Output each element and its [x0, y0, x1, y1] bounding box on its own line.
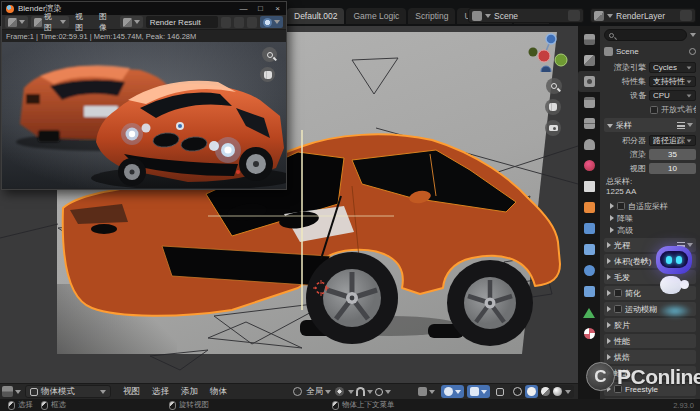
properties-search-row: [604, 29, 696, 41]
tab-collection[interactable]: [578, 176, 600, 197]
properties-editor-selector[interactable]: [578, 29, 600, 50]
particles-icon: [584, 244, 595, 255]
tab-object-data[interactable]: [578, 302, 600, 323]
render-samples-field[interactable]: 35: [649, 149, 696, 160]
section-sampling[interactable]: 采样: [604, 118, 696, 132]
mouse-left-icon: [8, 401, 15, 410]
search-icon: [609, 33, 614, 38]
tab-game-logic[interactable]: Game Logic: [346, 8, 406, 24]
render-window[interactable]: Blender渲染 — □ × 视图 视图 图像 Render Result F…: [1, 1, 287, 190]
image-browse-button[interactable]: [120, 16, 143, 28]
section-performance[interactable]: 性能: [604, 334, 696, 348]
maximize-button[interactable]: □: [252, 2, 269, 15]
view-layer-selector[interactable]: RenderLayer: [590, 8, 696, 23]
breadcrumb: Scene: [604, 44, 696, 58]
new-scene-button[interactable]: [568, 10, 580, 21]
pin-icon[interactable]: [689, 48, 696, 55]
editor-type-icon[interactable]: [2, 386, 13, 397]
engine-dropdown[interactable]: Cycles: [649, 62, 696, 73]
wireframe-shading-icon[interactable]: [513, 387, 522, 396]
new-layer-button[interactable]: [680, 10, 692, 21]
tab-particles[interactable]: [578, 239, 600, 260]
device-dropdown[interactable]: CPU: [649, 90, 696, 101]
robot-face: [660, 251, 688, 268]
tab-render[interactable]: [578, 71, 600, 92]
chevron-down-icon: [485, 14, 491, 18]
snap-magnet-icon[interactable]: [356, 387, 365, 396]
mascot-robot[interactable]: [650, 244, 700, 326]
gizmos-toggle[interactable]: [441, 385, 464, 398]
rendered-shading-icon[interactable]: [553, 387, 562, 396]
search-input[interactable]: [604, 29, 687, 41]
scene-selector[interactable]: Scene: [468, 8, 584, 23]
feature-dropdown[interactable]: 支持特性: [649, 76, 696, 87]
viewport-samples-field[interactable]: 10: [649, 163, 696, 174]
tab-material[interactable]: [578, 323, 600, 344]
menu-select[interactable]: 选择: [146, 386, 175, 398]
tab-output[interactable]: [578, 92, 600, 113]
new-image-button[interactable]: [221, 17, 231, 28]
image-name-field[interactable]: Render Result: [146, 16, 218, 28]
close-button[interactable]: ×: [269, 2, 286, 15]
integrator-dropdown[interactable]: 路径追踪: [649, 135, 696, 146]
material-sphere-icon: [584, 328, 595, 339]
image-zoom-button[interactable]: [262, 47, 277, 62]
unlink-image-button[interactable]: [247, 17, 257, 28]
preset-menu-icon[interactable]: [677, 122, 693, 129]
tab-default-002[interactable]: Default.002: [287, 8, 344, 24]
simplify-checkbox[interactable]: [614, 289, 622, 297]
tab-physics[interactable]: [578, 260, 600, 281]
sub-advanced[interactable]: 高级: [604, 224, 696, 236]
sub-adaptive-sampling[interactable]: 自适应采样: [604, 200, 696, 212]
menu-view[interactable]: 视图: [72, 11, 93, 33]
menu-view[interactable]: 视图: [117, 386, 146, 398]
camera-view-button[interactable]: [545, 120, 561, 136]
xray-toggle[interactable]: [493, 385, 507, 398]
render-result-image[interactable]: [2, 42, 286, 188]
tab-scripting[interactable]: Scripting: [408, 8, 455, 24]
solid-shading-active[interactable]: [525, 385, 538, 398]
status-bar: 选择 框选 旋转视图 物体上下文菜单 2.93.0: [0, 399, 700, 411]
sub-denoising[interactable]: 降噪: [604, 212, 696, 224]
breadcrumb-scene[interactable]: Scene: [616, 47, 639, 56]
tab-view-layer[interactable]: [578, 113, 600, 134]
collection-icon: [584, 181, 595, 192]
osl-row: 开放式着色语...: [604, 103, 696, 116]
tab-constraints[interactable]: [578, 281, 600, 302]
filter-dropdown-icon[interactable]: [690, 33, 696, 37]
mode-dropdown[interactable]: 物体模式: [25, 385, 111, 398]
osl-checkbox[interactable]: [650, 106, 658, 114]
device-label: 设备: [604, 90, 646, 101]
scene-icon: [472, 11, 482, 21]
menu-add[interactable]: 添加: [175, 386, 204, 398]
proportional-editing-icon[interactable]: [375, 388, 383, 396]
motion-blur-checkbox[interactable]: [614, 305, 622, 313]
pivot-point-icon[interactable]: [335, 387, 344, 396]
tab-tool[interactable]: [578, 50, 600, 71]
display-mode-dropdown[interactable]: 视图: [31, 16, 69, 28]
adaptive-checkbox[interactable]: [617, 202, 625, 210]
tab-scene[interactable]: [578, 134, 600, 155]
tab-modifiers[interactable]: [578, 218, 600, 239]
section-color-management[interactable]: 色彩管理: [604, 398, 696, 399]
visibility-dropdown[interactable]: [415, 385, 438, 398]
tab-object[interactable]: [578, 197, 600, 218]
image-pan-button[interactable]: [260, 67, 275, 82]
display-channels-button[interactable]: [260, 16, 283, 28]
menu-object[interactable]: 物体: [204, 386, 233, 398]
material-shading-icon[interactable]: [541, 387, 550, 396]
menu-image[interactable]: 图像: [96, 11, 117, 33]
open-image-button[interactable]: [234, 17, 244, 28]
pan-button[interactable]: [545, 99, 561, 115]
robot-eye-right: [676, 256, 682, 264]
editor-type-button[interactable]: [5, 16, 28, 28]
orientation-icon: [293, 387, 302, 396]
minimize-button[interactable]: —: [235, 2, 252, 15]
tab-world[interactable]: [578, 155, 600, 176]
expand-icon: [610, 227, 614, 233]
orientation-label[interactable]: 全局: [306, 386, 323, 398]
viewport-samples-label: 视图: [604, 163, 646, 174]
axis-gizmo[interactable]: [524, 26, 576, 72]
zoom-button[interactable]: [546, 78, 562, 94]
overlays-toggle[interactable]: [467, 385, 490, 398]
